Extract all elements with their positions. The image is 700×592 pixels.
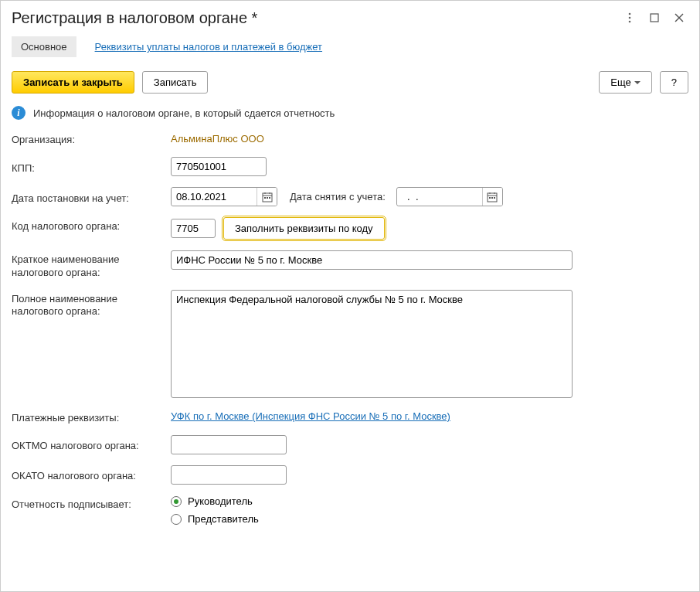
more-button[interactable]: Еще [599,71,651,94]
titlebar: Регистрация в налоговом органе * [1,1,699,30]
svg-rect-17 [489,197,491,199]
row-payment: Платежные реквизиты: УФК по г. Москве (И… [12,409,688,424]
svg-point-1 [629,17,631,19]
calendar-icon[interactable] [257,188,277,206]
radio-representative-label: Представитель [188,513,259,525]
svg-point-0 [629,13,631,15]
radio-icon [171,514,182,525]
label-organization: Организация: [12,131,166,146]
row-oktmo: ОКТМО налогового органа: [12,435,688,454]
svg-rect-12 [269,197,270,199]
label-full-name: Полное наименование налогового органа: [12,290,166,318]
tax-code-input[interactable] [171,219,216,238]
value-organization: АльминаПлюс ООО [171,133,264,145]
row-dates: Дата постановки на учет: Дата снятия с у… [12,187,688,206]
more-label: Еще [610,77,630,88]
label-short-name: Краткое наименование налогового органа: [12,250,166,279]
label-payment: Платежные реквизиты: [12,409,166,424]
info-icon: i [12,106,25,120]
help-button[interactable]: ? [660,71,688,94]
reg-date-input[interactable] [172,188,257,206]
svg-rect-19 [494,197,495,199]
row-full-name: Полное наименование налогового органа: И… [12,290,688,398]
form: Организация: АльминаПлюс ООО КПП: Дата п… [1,131,699,525]
short-name-input[interactable] [171,250,573,270]
radio-head-label: Руководитель [188,495,253,507]
row-short-name: Краткое наименование налогового органа: [12,250,688,279]
svg-rect-18 [491,197,493,199]
radio-representative[interactable]: Представитель [171,513,259,525]
row-kpp: КПП: [12,157,688,176]
dereg-date-input[interactable] [397,188,482,206]
info-row: i Информация о налоговом органе, в котор… [1,101,699,131]
tab-requisites[interactable]: Реквизиты уплаты налогов и платежей в бю… [86,36,331,57]
tabs: Основное Реквизиты уплаты налогов и плат… [1,30,699,57]
tab-main[interactable]: Основное [12,36,76,57]
chevron-down-icon [634,81,641,84]
radio-icon [171,496,182,507]
kebab-menu-icon[interactable] [620,9,639,27]
label-tax-code: Код налогового органа: [12,217,166,233]
label-reg-date: Дата постановки на учет: [12,189,166,205]
label-signer: Отчетность подписывает: [12,495,166,511]
kpp-input[interactable] [171,157,267,176]
label-oktmo: ОКТМО налогового органа: [12,437,166,452]
save-button[interactable]: Записать [142,71,209,94]
row-organization: Организация: АльминаПлюс ООО [12,131,688,146]
svg-rect-10 [264,197,266,199]
payment-link[interactable]: УФК по г. Москве (Инспекция ФНС России №… [171,410,450,422]
window: Регистрация в налоговом органе * Основно… [0,0,700,592]
svg-rect-3 [651,14,658,22]
reg-date-field [171,187,277,206]
row-tax-code: Код налогового органа: Заполнить реквизи… [12,217,688,240]
label-okato: ОКАТО налогового органа: [12,467,166,482]
toolbar: Записать и закрыть Записать Еще ? [1,57,699,101]
info-text: Информация о налоговом органе, в который… [33,107,335,119]
close-icon[interactable] [670,9,688,27]
radio-head[interactable]: Руководитель [171,495,259,507]
svg-rect-11 [267,197,268,199]
calendar-icon[interactable] [482,188,502,206]
dereg-date-field [396,187,503,206]
label-kpp: КПП: [12,159,166,175]
svg-point-2 [629,21,631,23]
save-close-button[interactable]: Записать и закрыть [12,71,134,94]
oktmo-input[interactable] [171,435,287,454]
row-signer: Отчетность подписывает: Руководитель Пре… [12,495,688,525]
signer-radio-group: Руководитель Представитель [171,495,259,525]
fill-by-code-button[interactable]: Заполнить реквизиты по коду [223,217,385,240]
row-okato: ОКАТО налогового органа: [12,465,688,485]
okato-input[interactable] [171,465,287,485]
window-title: Регистрация в налоговом органе * [12,9,614,27]
maximize-icon[interactable] [645,9,664,27]
full-name-textarea[interactable]: Инспекция Федеральной налоговой службы №… [171,290,573,398]
label-dereg-date: Дата снятия с учета: [285,191,389,202]
